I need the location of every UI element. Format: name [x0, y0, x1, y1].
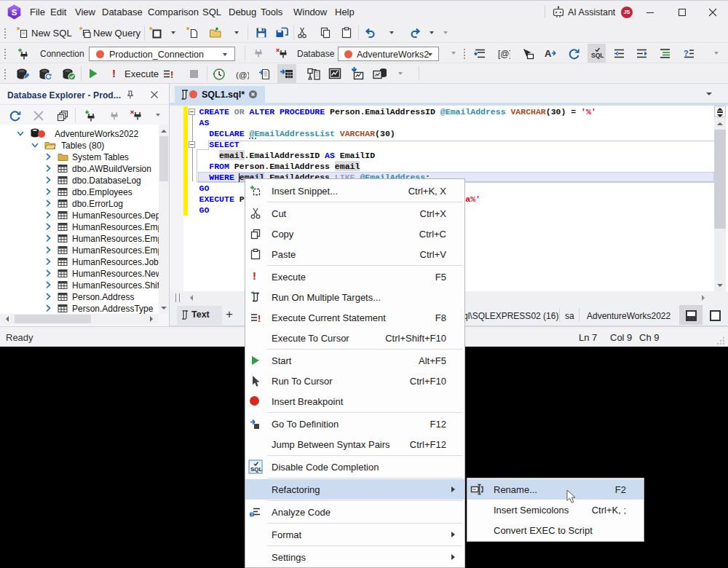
svg-text:!: !: [258, 313, 261, 324]
svg-text:SQL: SQL: [250, 466, 263, 473]
svg-text:?: ?: [684, 49, 689, 58]
svg-text:!: !: [251, 512, 253, 517]
svg-text:*: *: [149, 26, 153, 34]
svg-text:*: *: [79, 26, 83, 34]
svg-text:A: A: [545, 48, 552, 59]
svg-text:[@]: [@]: [498, 49, 510, 59]
svg-text:SQL: SQL: [591, 52, 604, 59]
svg-text:*: *: [186, 26, 190, 34]
svg-text:!: !: [170, 69, 173, 80]
svg-text:S: S: [12, 8, 17, 17]
svg-text:(@): (@): [236, 71, 249, 79]
svg-text:*: *: [17, 26, 20, 34]
